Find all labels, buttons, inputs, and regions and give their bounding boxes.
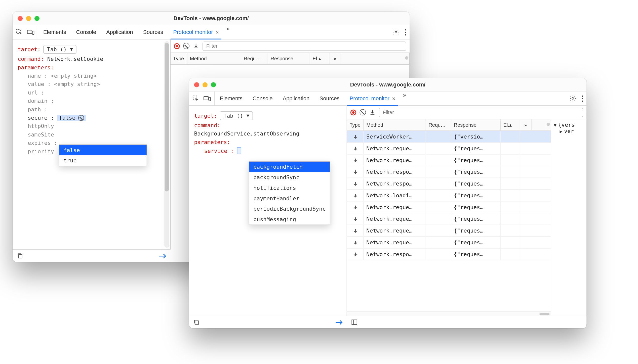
- tab-application[interactable]: Application: [278, 92, 314, 105]
- settings-icon[interactable]: [392, 29, 400, 36]
- param-httponly[interactable]: httpOnly: [28, 123, 54, 129]
- param-expires[interactable]: expires :: [28, 140, 57, 146]
- dropdown-option[interactable]: paymentHandler: [249, 193, 330, 204]
- tab-elements[interactable]: Elements: [215, 92, 248, 105]
- scrollbar[interactable]: [164, 41, 169, 248]
- table-row[interactable]: Network.reque…{"reques…: [347, 213, 551, 225]
- col-type[interactable]: Type: [171, 53, 187, 64]
- filter-input[interactable]: [379, 108, 583, 117]
- param-secure-value[interactable]: false: [57, 115, 86, 121]
- col-method[interactable]: Method: [187, 53, 241, 64]
- record-button[interactable]: [350, 109, 356, 115]
- scrollbar-thumb[interactable]: [539, 313, 549, 315]
- close-window-button[interactable]: [18, 16, 23, 21]
- table-row[interactable]: Network.reque…{"reques…: [347, 225, 551, 237]
- scrollbar-thumb[interactable]: [165, 43, 169, 192]
- col-elapsed[interactable]: El.▴: [310, 53, 329, 64]
- close-tab-icon[interactable]: ×: [216, 29, 219, 35]
- inspect-icon[interactable]: [16, 29, 23, 35]
- param-service[interactable]: service :: [194, 147, 343, 154]
- minimize-window-button[interactable]: [26, 16, 31, 21]
- event-direction-icon: [347, 178, 364, 189]
- param-secure[interactable]: secure : false: [18, 115, 166, 121]
- param-value[interactable]: value : <empty_string>: [28, 81, 100, 87]
- tree-child[interactable]: ▶ver: [554, 128, 584, 134]
- clear-button[interactable]: [360, 109, 366, 115]
- clear-button[interactable]: [183, 43, 189, 49]
- zoom-window-button[interactable]: [211, 82, 216, 87]
- dropdown-option[interactable]: backgroundSync: [249, 172, 330, 183]
- table-row[interactable]: Network.respo…{"reques…: [347, 178, 551, 190]
- dropdown-option[interactable]: false: [59, 145, 146, 155]
- col-response[interactable]: Response: [451, 119, 501, 130]
- device-mode-icon[interactable]: [27, 29, 34, 35]
- tab-protocol-monitor[interactable]: Protocol monitor ×: [168, 25, 224, 39]
- clear-value-icon[interactable]: [78, 115, 84, 121]
- filter-input[interactable]: [203, 41, 406, 51]
- col-request[interactable]: Requ…: [241, 53, 268, 64]
- param-priority[interactable]: priority :: [28, 148, 61, 155]
- param-domain[interactable]: domain :: [28, 98, 54, 104]
- more-tabs-button[interactable]: »: [224, 25, 232, 39]
- param-samesite[interactable]: sameSite: [28, 131, 54, 138]
- tab-application[interactable]: Application: [101, 25, 138, 39]
- send-icon[interactable]: [335, 319, 343, 326]
- dropdown-option[interactable]: periodicBackgroundSync: [249, 204, 330, 214]
- minimize-window-button[interactable]: [203, 82, 208, 87]
- tab-elements[interactable]: Elements: [38, 25, 71, 39]
- col-type[interactable]: Type: [347, 119, 364, 130]
- table-row[interactable]: Network.reque…{"reques…: [347, 202, 551, 213]
- tab-console[interactable]: Console: [71, 25, 101, 39]
- copy-icon[interactable]: [17, 253, 23, 259]
- col-response[interactable]: Response: [268, 53, 310, 64]
- param-path[interactable]: path :: [28, 106, 47, 113]
- more-columns-button[interactable]: »: [520, 119, 532, 130]
- more-tabs-button[interactable]: »: [401, 92, 409, 105]
- send-icon[interactable]: [159, 253, 166, 259]
- cell-request: [426, 249, 451, 260]
- close-window-button[interactable]: [194, 82, 199, 87]
- kebab-menu-icon[interactable]: [581, 95, 583, 102]
- tab-protocol-monitor[interactable]: Protocol monitor ×: [345, 92, 401, 105]
- dropdown-option[interactable]: backgroundFetch: [249, 162, 330, 172]
- target-select-value: Tab (): [223, 113, 243, 119]
- dropdown-option[interactable]: true: [59, 155, 146, 166]
- more-columns-button[interactable]: »: [329, 53, 341, 64]
- close-tab-icon[interactable]: ×: [392, 95, 395, 102]
- command-value[interactable]: BackgroundService.startObserving: [194, 130, 299, 137]
- scroll-indicator: [405, 56, 408, 60]
- tab-sources[interactable]: Sources: [138, 25, 168, 39]
- settings-icon[interactable]: [569, 95, 576, 102]
- dropdown-option[interactable]: pushMessaging: [249, 214, 330, 225]
- command-value[interactable]: Network.setCookie: [47, 56, 103, 62]
- zoom-window-button[interactable]: [34, 16, 39, 21]
- table-row[interactable]: ServiceWorker…{"versio…: [347, 131, 551, 143]
- horizontal-scrollbar[interactable]: [347, 311, 551, 316]
- param-service-input[interactable]: [237, 147, 241, 154]
- target-select[interactable]: Tab () ▼: [220, 111, 253, 120]
- toggle-side-panel-icon[interactable]: [351, 319, 357, 325]
- kebab-menu-icon[interactable]: [405, 29, 406, 35]
- col-request[interactable]: Requ…: [426, 119, 451, 130]
- save-icon[interactable]: [193, 43, 199, 49]
- target-select[interactable]: Tab () ▼: [43, 45, 77, 54]
- tab-console[interactable]: Console: [248, 92, 278, 105]
- table-row[interactable]: Network.reque…{"reques…: [347, 237, 551, 249]
- record-button[interactable]: [174, 43, 180, 49]
- table-row[interactable]: Network.respo…{"reques…: [347, 249, 551, 260]
- save-icon[interactable]: [369, 109, 376, 115]
- col-method[interactable]: Method: [364, 119, 426, 130]
- inspect-icon[interactable]: [192, 95, 199, 102]
- table-row[interactable]: Network.respo…{"reques…: [347, 166, 551, 178]
- table-row[interactable]: Network.reque…{"reques…: [347, 143, 551, 155]
- param-name[interactable]: name : <empty_string>: [28, 73, 97, 79]
- dropdown-option[interactable]: notifications: [249, 183, 330, 193]
- tree-root[interactable]: ▼{vers: [554, 122, 584, 128]
- device-mode-icon[interactable]: [203, 96, 211, 101]
- col-elapsed[interactable]: El.▴: [501, 119, 520, 130]
- table-row[interactable]: Network.loadi…{"reques…: [347, 190, 551, 202]
- table-row[interactable]: Network.reque…{"reques…: [347, 155, 551, 166]
- param-url[interactable]: url :: [28, 89, 44, 96]
- tab-sources[interactable]: Sources: [314, 92, 345, 105]
- copy-icon[interactable]: [193, 319, 200, 325]
